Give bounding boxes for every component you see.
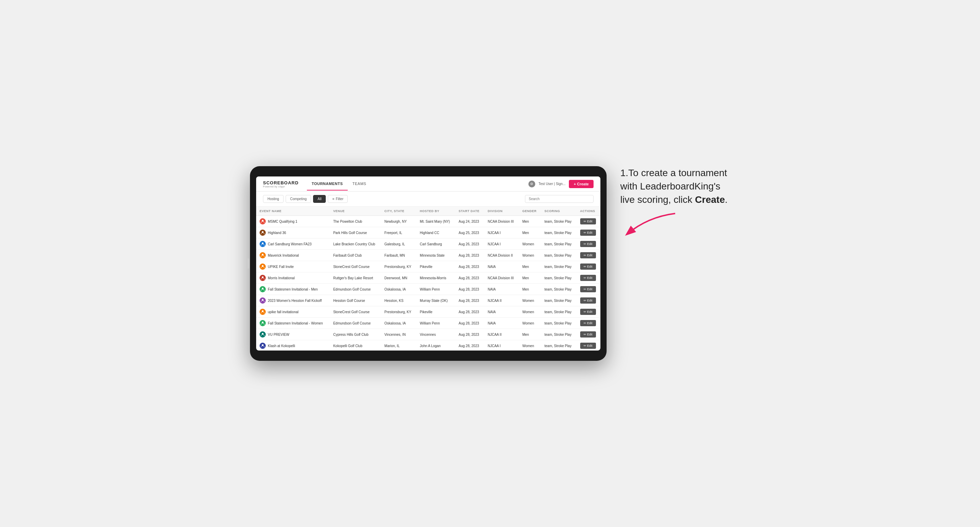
- filter-group: Hosting Competing All ≡ Filter: [263, 195, 348, 203]
- filter-label: Filter: [336, 197, 343, 201]
- toolbar: Hosting Competing All ≡ Filter: [256, 192, 600, 206]
- table-row: Maverick Invitational Faribault Golf Clu…: [256, 250, 600, 261]
- nav-link-teams[interactable]: TEAMS: [348, 178, 371, 190]
- cell-actions: ✏ Edit: [577, 306, 600, 317]
- cell-start-date: Aug 28, 2023: [455, 340, 485, 351]
- nav-link-tournaments[interactable]: TOURNAMENTS: [307, 178, 348, 190]
- cell-gender: Women: [519, 317, 541, 329]
- event-name-text: Morris Invitational: [268, 276, 294, 280]
- red-arrow: [620, 210, 682, 238]
- event-name-text: Highland 36: [268, 231, 286, 235]
- nav-links: TOURNAMENTS TEAMS: [307, 178, 371, 190]
- annotation-text: 1.To create a tournament with Leaderboar…: [620, 166, 730, 206]
- col-actions: ACTIONS: [577, 206, 600, 216]
- cell-hosted-by: Carl Sandburg: [416, 238, 455, 250]
- cell-hosted-by: William Penn: [416, 284, 455, 295]
- edit-button[interactable]: ✏ Edit: [580, 264, 596, 270]
- cell-city-state: Hesston, KS: [381, 295, 416, 306]
- filter-icon: ≡: [332, 197, 334, 201]
- cell-division: NJCAA I: [484, 238, 519, 250]
- edit-button[interactable]: ✏ Edit: [580, 331, 596, 338]
- cell-scoring: team, Stroke Play: [541, 317, 577, 329]
- cell-hosted-by: Highland CC: [416, 227, 455, 238]
- edit-button[interactable]: ✏ Edit: [580, 275, 596, 281]
- cell-event-name: MSMC Qualifying 1: [256, 216, 330, 227]
- tablet-device: SCOREBOARD Powered by clippr TOURNAMENTS…: [250, 166, 606, 361]
- cell-gender: Women: [519, 306, 541, 317]
- edit-button[interactable]: ✏ Edit: [580, 320, 596, 326]
- cell-gender: Men: [519, 261, 541, 272]
- filter-hosting[interactable]: Hosting: [263, 195, 283, 203]
- table-header: EVENT NAME VENUE CITY, STATE HOSTED BY S…: [256, 206, 600, 216]
- cell-city-state: Prestonsburg, KY: [381, 306, 416, 317]
- edit-button[interactable]: ✏ Edit: [580, 230, 596, 236]
- table-row: Klash at Kokopelli Kokopelli Golf Club M…: [256, 340, 600, 351]
- cell-start-date: Aug 28, 2023: [455, 317, 485, 329]
- cell-scoring: team, Stroke Play: [541, 238, 577, 250]
- cell-start-date: Aug 28, 2023: [455, 272, 485, 284]
- filter-all[interactable]: All: [313, 195, 326, 203]
- event-name-text: UPIKE Fall Invite: [268, 265, 294, 269]
- cell-event-name: Klash at Kokopelli: [256, 340, 330, 351]
- table-row: Highland 36 Park Hills Golf Course Freep…: [256, 227, 600, 238]
- cell-division: NAIA: [484, 261, 519, 272]
- cell-city-state: Freeport, IL: [381, 227, 416, 238]
- cell-start-date: Aug 25, 2023: [455, 227, 485, 238]
- settings-icon[interactable]: ⚙: [528, 181, 535, 187]
- create-button[interactable]: + Create: [569, 180, 593, 188]
- cell-gender: Men: [519, 272, 541, 284]
- edit-button[interactable]: ✏ Edit: [580, 286, 596, 292]
- team-icon: [259, 309, 266, 315]
- edit-button[interactable]: ✏ Edit: [580, 241, 596, 247]
- cell-hosted-by: Pikeville: [416, 261, 455, 272]
- table-body: MSMC Qualifying 1 The Powelton Club Newb…: [256, 216, 600, 351]
- team-icon: [259, 241, 266, 247]
- cell-city-state: Oskaloosa, IA: [381, 317, 416, 329]
- cell-scoring: team, Stroke Play: [541, 306, 577, 317]
- cell-scoring: team, Stroke Play: [541, 261, 577, 272]
- page-wrapper: SCOREBOARD Powered by clippr TOURNAMENTS…: [250, 166, 730, 361]
- cell-event-name: Maverick Invitational: [256, 250, 330, 261]
- cell-division: NJCAA I: [484, 340, 519, 351]
- table-row: upike fall invitational StoneCrest Golf …: [256, 306, 600, 317]
- cell-start-date: Aug 28, 2023: [455, 306, 485, 317]
- cell-city-state: Newburgh, NY: [381, 216, 416, 227]
- annotation: 1.To create a tournament with Leaderboar…: [620, 166, 730, 238]
- search-input[interactable]: [525, 195, 593, 203]
- table-row: Fall Statesmen Invitational - Women Edmu…: [256, 317, 600, 329]
- cell-division: NCAA Division II: [484, 250, 519, 261]
- col-division: DIVISION: [484, 206, 519, 216]
- cell-scoring: team, Stroke Play: [541, 329, 577, 340]
- edit-button[interactable]: ✏ Edit: [580, 218, 596, 224]
- event-name-text: Klash at Kokopelli: [268, 344, 295, 348]
- filter-button[interactable]: ≡ Filter: [328, 195, 348, 203]
- event-name-text: Carl Sandburg Women FA23: [268, 242, 312, 246]
- col-scoring: SCORING: [541, 206, 577, 216]
- cell-start-date: Aug 28, 2023: [455, 284, 485, 295]
- cell-hosted-by: Minnesota State: [416, 250, 455, 261]
- col-event-name: EVENT NAME: [256, 206, 330, 216]
- table-row: 2023 Women's Hesston Fall Kickoff Hessto…: [256, 295, 600, 306]
- edit-button[interactable]: ✏ Edit: [580, 297, 596, 303]
- edit-button[interactable]: ✏ Edit: [580, 343, 596, 349]
- cell-venue: StoneCrest Golf Course: [330, 261, 381, 272]
- cell-city-state: Vincennes, IN: [381, 329, 416, 340]
- cell-venue: Kokopelli Golf Club: [330, 340, 381, 351]
- cell-actions: ✏ Edit: [577, 329, 600, 340]
- cell-venue: Edmundson Golf Course: [330, 284, 381, 295]
- cell-event-name: VU PREVIEW: [256, 329, 330, 340]
- cell-city-state: Prestonsburg, KY: [381, 261, 416, 272]
- nav-bar: SCOREBOARD Powered by clippr TOURNAMENTS…: [256, 176, 600, 192]
- cell-division: NJCAA I: [484, 227, 519, 238]
- edit-button[interactable]: ✏ Edit: [580, 252, 596, 258]
- cell-venue: Park Hills Golf Course: [330, 227, 381, 238]
- cell-division: NCAA Division III: [484, 216, 519, 227]
- team-icon: [259, 252, 266, 258]
- nav-right: ⚙ Test User | Sign... + Create: [528, 180, 593, 188]
- table-row: Fall Statesmen Invitational - Men Edmund…: [256, 284, 600, 295]
- cell-actions: ✏ Edit: [577, 261, 600, 272]
- event-name-text: Fall Statesmen Invitational - Women: [268, 321, 323, 325]
- filter-competing[interactable]: Competing: [286, 195, 311, 203]
- edit-button[interactable]: ✏ Edit: [580, 309, 596, 315]
- cell-scoring: team, Stroke Play: [541, 284, 577, 295]
